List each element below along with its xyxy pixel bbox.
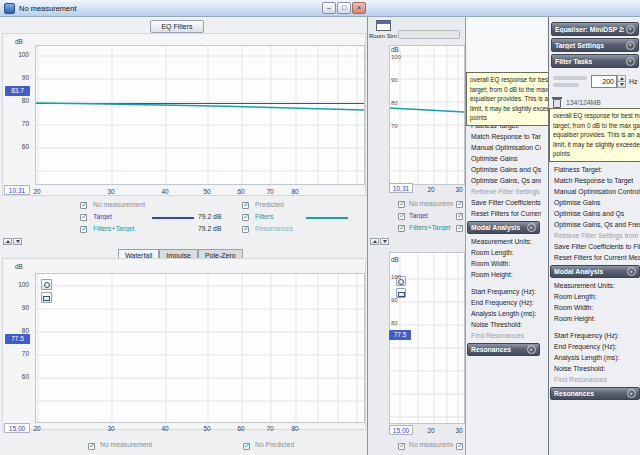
y-tick-label: 90 [391,77,403,83]
maximize-button[interactable]: □ [337,2,351,14]
behind-spl-graph-area[interactable] [389,45,465,185]
frequency-input[interactable] [591,75,617,88]
spl-grid-and-traces [36,46,364,184]
legend-checkbox[interactable] [456,201,463,208]
optimise-gains-qs-freq-button[interactable]: Optimise Gains, Qs and Frequencies [466,175,541,186]
title-bar[interactable]: No measurement [0,0,640,17]
trash-icon[interactable] [553,99,561,108]
splitter-expand-button[interactable] [13,238,22,245]
close-button[interactable]: × [352,2,366,14]
modal-analysis-header[interactable]: Modal Analysis [550,265,640,278]
filter-tasks-section-header[interactable]: Filter Tasks [551,54,639,68]
measurement-window: EQ Filters dB 100 90 80 70 60 83.7 20 30… [0,17,368,455]
modal-analysis-header-label: Modal Analysis [471,221,520,234]
legend-label[interactable]: No measurement [93,201,149,208]
chevron-collapse-icon[interactable] [527,345,536,354]
x-tick-label: 20 [30,188,44,195]
graph-tool-icon[interactable] [41,279,52,290]
illegible-label [553,83,579,87]
spinner-down-button[interactable] [617,81,626,88]
reset-filters-button[interactable]: Reset Filters for Current Measurement [466,208,541,219]
optimise-gains-button[interactable]: Optimise Gains [549,197,640,208]
cursor-level-badge: 77.5 [5,334,30,344]
legend-checkbox[interactable] [398,213,405,220]
legend-label[interactable]: Filters [255,213,303,220]
measurement-units-label: Measurement Units: [549,280,640,291]
save-coefficients-button[interactable]: Save Filter Coefficients to File [549,241,640,252]
legend-label[interactable]: No measurement [409,441,453,448]
optimise-gains-qs-freq-button[interactable]: Optimise Gains, Qs and Frequencies [549,219,640,230]
legend-checkbox[interactable] [80,202,87,209]
room-sim-button[interactable]: Room Sim [367,19,399,46]
resonances-header[interactable]: Resonances [467,343,540,356]
window-title: No measurement [19,4,77,13]
y-tick-label: 100 [7,51,29,58]
modal-analysis-header[interactable]: Modal Analysis [467,221,540,234]
legend-label[interactable]: Resonances [255,225,303,232]
chevron-collapse-icon[interactable] [626,25,635,34]
legend-checkbox[interactable] [88,443,95,450]
chevron-collapse-icon[interactable] [527,223,536,232]
reset-filters-button[interactable]: Reset Filters for Current Measurement [549,252,640,263]
legend-checkbox[interactable] [242,226,249,233]
minimize-button[interactable]: – [322,2,336,14]
legend-checkbox[interactable] [80,214,87,221]
x-tick-label: 70 [263,425,277,432]
manual-optimisation-label: Manual Optimisation Controls [549,186,640,197]
match-response-button[interactable]: Match Response to Target [466,131,541,142]
legend-checkbox[interactable] [398,443,405,450]
waterfall-graph-area[interactable] [35,273,365,423]
legend-value: 79.2 dB [198,225,236,232]
splitter-collapse-button[interactable] [370,238,379,245]
legend-checkbox[interactable] [242,214,249,221]
legend-checkbox[interactable] [80,226,87,233]
y-tick-label: 90 [391,297,403,303]
optimise-gains-button[interactable]: Optimise Gains [466,153,541,164]
resonances-header[interactable]: Resonances [550,387,640,400]
spl-chart-panel: dB 100 90 80 70 60 83.7 20 30 40 50 60 7… [2,33,366,196]
y-tick-label: 70 [391,123,403,129]
legend-label[interactable]: No measurement [409,200,453,207]
legend-label[interactable]: Predicted [255,201,303,208]
optimise-gains-qs-button[interactable]: Optimise Gains and Qs [466,164,541,175]
start-frequency-label: Start Frequency (Hz): [549,330,640,341]
legend-label[interactable]: Filters+Target [93,225,149,232]
chevron-collapse-icon[interactable] [627,389,636,398]
legend-label[interactable]: Filters+Target [409,224,453,231]
chevron-collapse-icon[interactable] [627,267,636,276]
legend-label[interactable]: Target [409,212,453,219]
match-response-button[interactable]: Match Response to Target [549,175,640,186]
target-settings-section-header[interactable]: Target Settings [551,38,639,52]
save-coefficients-button[interactable]: Save Filter Coefficients to File [466,197,541,208]
equaliser-section-header[interactable]: Equaliser: MiniDSP 2x4 HD [551,22,639,36]
room-height-label: Room Height: [549,313,640,324]
horizontal-scrollbar[interactable] [398,30,460,39]
x-tick-label: 50 [200,425,214,432]
optimise-gains-qs-button[interactable]: Optimise Gains and Qs [549,208,640,219]
legend-checkbox[interactable] [456,225,463,232]
end-frequency-label: End Frequency (Hz): [549,341,640,352]
chevron-collapse-icon[interactable] [626,41,635,50]
graph-tool-icon[interactable] [41,292,52,303]
legend-checkbox[interactable] [456,213,463,220]
flatness-target-label: Flatness Target: [549,164,640,175]
spl-graph-area[interactable] [35,45,365,185]
y-axis-unit-label: dB [15,263,23,270]
legend-checkbox[interactable] [398,201,405,208]
eq-filters-button[interactable]: EQ Filters [150,20,204,33]
legend-label[interactable]: Target [93,213,149,220]
y-axis-unit-label: dB [391,256,399,263]
legend-checkbox[interactable] [398,225,405,232]
legend-label[interactable]: No Predicted [255,441,325,448]
splitter-expand-button[interactable] [380,238,389,245]
y-tick-label: 90 [7,74,29,81]
legend-checkbox[interactable] [242,202,249,209]
legend-label[interactable]: No measurement [100,441,180,448]
chevron-collapse-icon[interactable] [626,57,635,66]
legend-checkbox[interactable] [243,443,250,450]
noise-threshold-label: Noise Threshold: [549,363,640,374]
legend-checkbox[interactable] [456,443,463,450]
splitter-collapse-button[interactable] [3,238,12,245]
x-tick-label: 60 [234,188,248,195]
y-tick-label: 60 [7,143,29,150]
